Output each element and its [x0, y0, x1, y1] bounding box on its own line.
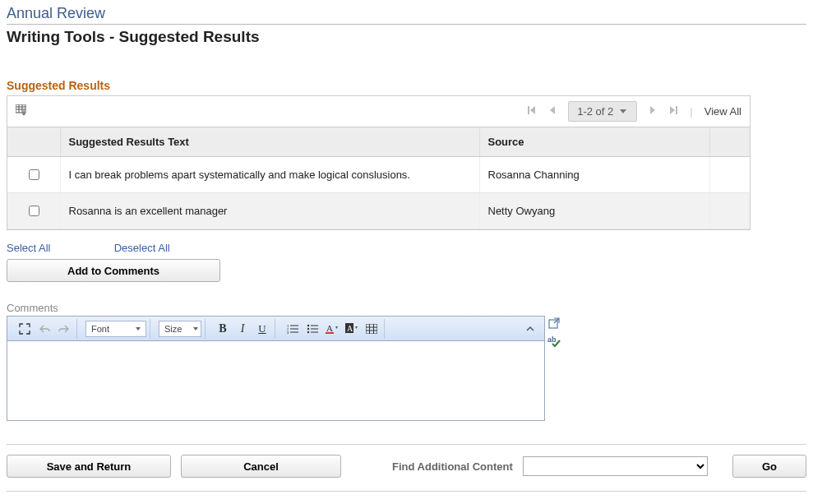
redo-icon[interactable]	[55, 321, 73, 337]
svg-text:3: 3	[287, 331, 289, 334]
grid-toolbar: 1-2 of 2 | View All	[7, 96, 750, 127]
page-range-text: 1-2 of 2	[577, 105, 613, 118]
svg-text:ab: ab	[547, 335, 557, 344]
underline-icon[interactable]: U	[253, 321, 271, 337]
text-color-icon[interactable]: A	[323, 321, 341, 337]
breadcrumb[interactable]: Annual Review	[7, 5, 806, 22]
grid-settings-icon[interactable]	[16, 104, 29, 118]
spellcheck-icon[interactable]: ab	[547, 334, 561, 349]
editor-textarea[interactable]	[7, 341, 544, 420]
popout-icon[interactable]	[547, 316, 561, 331]
row-source: Rosanna Channing	[479, 157, 709, 193]
divider	[7, 491, 806, 492]
caret-down-icon	[136, 327, 141, 331]
svg-rect-21	[366, 324, 377, 334]
maximize-icon[interactable]	[16, 321, 34, 337]
svg-text:A: A	[326, 323, 333, 333]
footer-actions: Save and Return Cancel Find Additional C…	[7, 444, 806, 478]
svg-point-13	[307, 327, 309, 329]
col-checkbox	[7, 127, 60, 157]
pager: 1-2 of 2 | View All	[527, 101, 741, 122]
page-range-dropdown[interactable]: 1-2 of 2	[568, 101, 637, 122]
row-text: I can break problems apart systematicall…	[60, 157, 479, 193]
row-checkbox[interactable]	[29, 206, 39, 216]
section-title: Suggested Results	[7, 79, 806, 92]
view-all-link[interactable]: View All	[704, 105, 741, 118]
first-page-icon[interactable]	[527, 105, 537, 118]
caret-down-icon	[193, 327, 198, 331]
size-select[interactable]: Size	[159, 321, 201, 337]
find-additional-label: Find Additional Content	[392, 460, 513, 473]
svg-rect-18	[326, 332, 334, 334]
next-page-icon[interactable]	[649, 105, 657, 118]
table-row: Rosanna is an excellent manager Netty Ow…	[7, 193, 750, 229]
save-and-return-button[interactable]: Save and Return	[7, 455, 171, 478]
col-extra	[709, 127, 750, 157]
find-additional-select[interactable]	[523, 456, 708, 476]
row-source: Netty Owyang	[479, 193, 709, 229]
results-grid: 1-2 of 2 | View All Suggested Results Te…	[7, 95, 751, 230]
rich-text-editor: Font Size B I U 1 2	[7, 316, 545, 421]
col-source: Source	[479, 127, 709, 157]
cancel-button[interactable]: Cancel	[181, 455, 341, 478]
size-select-label: Size	[164, 324, 182, 334]
highlight-color-icon[interactable]: A	[343, 321, 361, 337]
row-checkbox[interactable]	[29, 169, 39, 180]
collapse-toolbar-icon[interactable]	[521, 321, 539, 337]
separator: |	[690, 105, 692, 118]
numbered-list-icon[interactable]: 1 2 3	[284, 321, 302, 337]
editor-toolbar: Font Size B I U 1 2	[7, 317, 544, 341]
row-text: Rosanna is an excellent manager	[60, 193, 479, 229]
table-icon[interactable]	[363, 321, 381, 337]
prev-page-icon[interactable]	[548, 105, 557, 118]
svg-point-11	[307, 324, 309, 326]
bold-icon[interactable]: B	[214, 321, 232, 337]
caret-down-icon	[620, 109, 626, 113]
last-page-icon[interactable]	[668, 105, 678, 118]
add-to-comments-button[interactable]: Add to Comments	[7, 259, 220, 282]
page-title: Writing Tools - Suggested Results	[7, 28, 806, 46]
deselect-all-link[interactable]: Deselect All	[114, 242, 170, 254]
svg-point-15	[307, 331, 309, 332]
divider	[7, 24, 806, 25]
table-row: I can break problems apart systematicall…	[7, 157, 750, 193]
selection-links: Select All Deselect All	[7, 242, 806, 254]
go-button[interactable]: Go	[732, 455, 806, 478]
undo-icon[interactable]	[35, 321, 53, 337]
svg-text:A: A	[347, 324, 353, 333]
comments-label: Comments	[7, 302, 806, 314]
select-all-link[interactable]: Select All	[7, 242, 50, 254]
italic-icon[interactable]: I	[233, 321, 252, 337]
results-table: Suggested Results Text Source I can brea…	[7, 127, 750, 229]
font-select-label: Font	[91, 324, 109, 334]
font-select[interactable]: Font	[85, 321, 146, 337]
bullet-list-icon[interactable]	[303, 321, 321, 337]
col-text: Suggested Results Text	[60, 127, 479, 157]
